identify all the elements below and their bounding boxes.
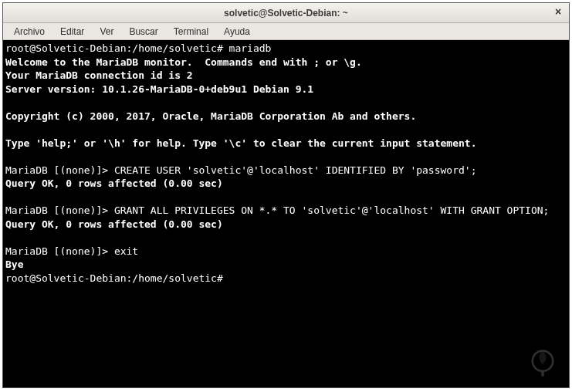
- watermark-icon: [526, 346, 560, 380]
- terminal-line: Welcome to the MariaDB monitor. Commands…: [5, 56, 362, 68]
- terminal-window: solvetic@Solvetic-Debian: ~ × Archivo Ed…: [2, 2, 570, 388]
- close-icon[interactable]: ×: [552, 6, 564, 19]
- terminal-line: Bye: [5, 259, 23, 270]
- menu-ver[interactable]: Ver: [92, 25, 121, 39]
- menu-archivo[interactable]: Archivo: [6, 25, 52, 39]
- terminal-prompt: root@Solvetic-Debian:/home/solvetic#: [5, 272, 229, 284]
- terminal-line: Type 'help;' or '\h' for help. Type '\c'…: [5, 137, 476, 149]
- menubar: Archivo Editar Ver Buscar Terminal Ayuda: [3, 23, 569, 40]
- menu-terminal[interactable]: Terminal: [166, 25, 216, 39]
- terminal-line: root@Solvetic-Debian:/home/solvetic# mar…: [5, 42, 271, 54]
- terminal-line: Copyright (c) 2000, 2017, Oracle, MariaD…: [5, 110, 416, 122]
- window-title: solvetic@Solvetic-Debian: ~: [224, 8, 348, 19]
- terminal-line: Your MariaDB connection id is 2: [5, 69, 193, 81]
- menu-buscar[interactable]: Buscar: [121, 25, 165, 39]
- terminal-line: MariaDB [(none)]> exit: [5, 245, 138, 257]
- terminal-line: MariaDB [(none)]> CREATE USER 'solvetic'…: [5, 164, 476, 176]
- svg-rect-1: [541, 370, 544, 377]
- menu-ayuda[interactable]: Ayuda: [216, 25, 258, 39]
- titlebar: solvetic@Solvetic-Debian: ~ ×: [3, 3, 569, 23]
- terminal-line: Query OK, 0 rows affected (0.00 sec): [5, 177, 223, 189]
- terminal-line: Server version: 10.1.26-MariaDB-0+deb9u1…: [5, 83, 313, 95]
- terminal-line: Query OK, 0 rows affected (0.00 sec): [5, 218, 223, 230]
- terminal-line: MariaDB [(none)]> GRANT ALL PRIVILEGES O…: [5, 204, 549, 216]
- menu-editar[interactable]: Editar: [52, 25, 92, 39]
- terminal-output[interactable]: root@Solvetic-Debian:/home/solvetic# mar…: [3, 40, 569, 387]
